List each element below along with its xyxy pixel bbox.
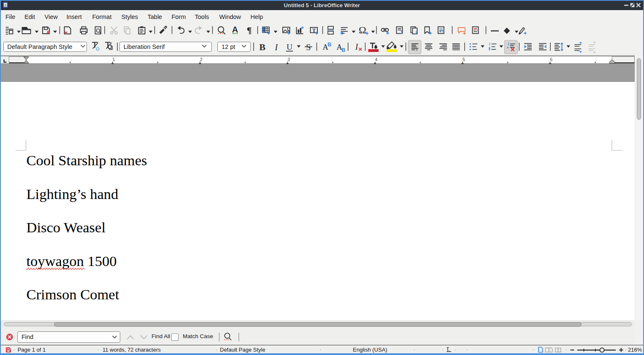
- svg-text:T: T: [312, 27, 316, 33]
- svg-text:I: I: [274, 42, 278, 52]
- svg-text:B: B: [341, 47, 345, 53]
- svg-text:2: 2: [200, 57, 203, 62]
- svg-text:B: B: [327, 42, 331, 48]
- svg-text:Ⅰ: Ⅰ: [489, 42, 490, 46]
- svg-text:1: 1: [400, 30, 403, 35]
- svg-text:Ⅰ: Ⅰ: [508, 42, 509, 46]
- svg-text:B: B: [259, 42, 265, 52]
- svg-text:6: 6: [550, 57, 552, 62]
- svg-text:Ⅱ: Ⅱ: [489, 47, 490, 51]
- svg-text:3: 3: [287, 57, 290, 62]
- svg-text:i: i: [415, 30, 417, 35]
- svg-text:U: U: [287, 43, 292, 51]
- svg-text:I: I: [355, 42, 359, 51]
- svg-text:5: 5: [463, 57, 465, 62]
- svg-text:4: 4: [375, 57, 377, 62]
- svg-text:Ω: Ω: [359, 24, 366, 35]
- svg-text:¶: ¶: [247, 25, 252, 35]
- svg-text:A: A: [232, 25, 238, 34]
- svg-text:1: 1: [112, 57, 115, 62]
